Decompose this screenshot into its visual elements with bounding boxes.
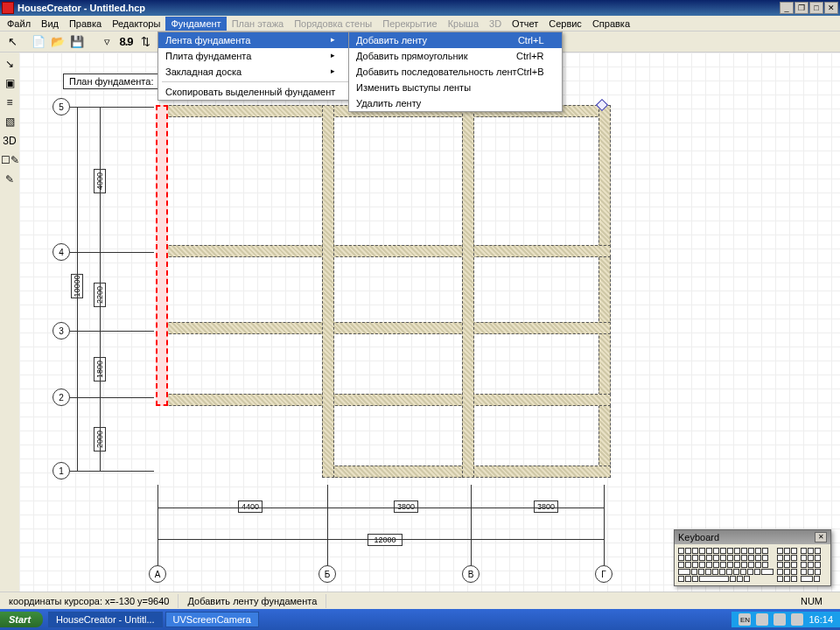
tray-icon[interactable]	[774, 613, 786, 626]
start-button[interactable]: Start	[0, 612, 43, 627]
statusbar: координаты курсора: x=-130 y=9640 Добави…	[0, 592, 840, 609]
canvas[interactable]: План фундамента: 54321400022001800200010…	[19, 52, 840, 592]
axis-marker: Г	[595, 565, 612, 583]
menu-Редакторы[interactable]: Редакторы	[107, 17, 165, 31]
dimension: 3800	[394, 500, 418, 513]
keyboard-titlebar[interactable]: Keyboard ✕	[675, 530, 830, 544]
left-tool-icon[interactable]: ↘	[2, 56, 18, 72]
menu-План этажа[interactable]: План этажа	[227, 17, 289, 31]
menu-item[interactable]: Добавить последовательность лентCtrl+B	[349, 64, 562, 80]
left-tool-icon[interactable]: ▧	[2, 114, 18, 130]
maximize-button[interactable]: □	[809, 2, 823, 14]
wall[interactable]	[322, 105, 334, 478]
keyboard-close-button[interactable]: ✕	[815, 532, 827, 542]
window-buttons: _ ❐ □ ✕	[780, 2, 838, 14]
wall[interactable]	[598, 105, 611, 478]
menu-Файл[interactable]: Файл	[2, 17, 36, 31]
open-button[interactable]: 📂	[49, 33, 66, 51]
menu-Фундамент[interactable]: Фундамент	[165, 17, 226, 31]
tray-icon[interactable]	[756, 613, 768, 626]
wall[interactable]	[156, 322, 611, 334]
axis-marker: А	[149, 565, 166, 583]
tool-arrow-icon[interactable]: ↖	[4, 33, 21, 51]
axis-marker: 4	[52, 243, 70, 261]
menu-Справка[interactable]: Справка	[587, 17, 635, 31]
menu-3D[interactable]: 3D	[484, 17, 507, 31]
lang-indicator[interactable]: EN	[738, 613, 751, 626]
menu-item[interactable]: Добавить прямоугольникCtrl+R	[349, 48, 562, 64]
menu-item[interactable]: Изменить выступы ленты	[349, 80, 562, 95]
system-tray: EN 16:14	[732, 612, 840, 627]
menu-item[interactable]: Плита фундамента	[158, 48, 353, 64]
dimension-total: 12000	[368, 534, 402, 546]
left-tool-icon[interactable]: ☐✎	[2, 152, 18, 168]
left-tool-icon[interactable]: 3D	[2, 133, 18, 149]
restore-button[interactable]: ❐	[794, 2, 808, 14]
wall[interactable]	[462, 105, 474, 478]
keyboard-body	[675, 544, 830, 585]
keyboard-title: Keyboard	[678, 532, 719, 542]
titlebar: HouseCreator - Untitled.hcp _ ❐ □ ✕	[0, 0, 840, 16]
updown-icon[interactable]: ⇅	[136, 33, 154, 51]
menu-Вид[interactable]: Вид	[36, 17, 64, 31]
taskbar-task[interactable]: HouseCreator - Untitl...	[48, 612, 162, 627]
submenu-strip: Добавить лентуCtrl+LДобавить прямоугольн…	[348, 32, 563, 112]
status-hint: Добавить ленту фундамента	[178, 594, 326, 608]
dimension: 4400	[238, 500, 262, 513]
menu-Перекрытие[interactable]: Перекрытие	[377, 17, 442, 31]
clock[interactable]: 16:14	[808, 614, 833, 625]
left-tool-icon[interactable]: ✎	[2, 172, 18, 187]
wall[interactable]	[156, 394, 334, 406]
dimension: 3800	[534, 500, 558, 513]
left-tool-icon[interactable]: ▣	[2, 75, 18, 91]
new-button[interactable]: 📄	[30, 33, 47, 51]
menu-item[interactable]: Закладная доска	[158, 64, 353, 80]
menu-item[interactable]: Добавить лентуCtrl+L	[349, 32, 562, 48]
dropdown-icon[interactable]: ▿	[98, 33, 116, 51]
wall[interactable]	[156, 245, 611, 257]
menu-item[interactable]: Скопировать выделенный фундамент	[158, 84, 353, 100]
wall-selected[interactable]	[156, 105, 168, 406]
menu-Крыша[interactable]: Крыша	[443, 17, 484, 31]
left-toolbar: ↘▣≡▧3D☐✎✎	[0, 52, 19, 187]
taskbar: Start HouseCreator - Untitl... UVScreenC…	[0, 609, 840, 630]
app-icon	[2, 2, 14, 14]
menu-Порядовка стены[interactable]: Порядовка стены	[289, 17, 377, 31]
scale-value[interactable]: 8.9	[117, 33, 135, 51]
tray-icon[interactable]	[791, 613, 803, 626]
save-button[interactable]: 💾	[68, 33, 86, 51]
plan-title: План фундамента:	[63, 74, 159, 89]
minimize-button[interactable]: _	[780, 2, 794, 14]
submenu-foundation: Лента фундаментаПлита фундаментаЗакладна…	[158, 32, 354, 101]
status-numlock: NUM	[783, 594, 840, 608]
taskbar-task[interactable]: UVScreenCamera	[165, 612, 259, 627]
left-tool-icon[interactable]: ≡	[2, 94, 18, 110]
axis-marker: 3	[52, 322, 70, 340]
axis-marker: 5	[52, 98, 70, 116]
menu-item[interactable]: Удалить ленту	[349, 95, 562, 111]
menubar: ФайлВидПравкаРедакторыФундаментПлан этаж…	[0, 16, 840, 32]
axis-marker: 1	[52, 462, 70, 480]
axis-marker: Б	[318, 565, 336, 583]
window-title: HouseCreator - Untitled.hcp	[18, 3, 780, 13]
onscreen-keyboard[interactable]: Keyboard ✕	[674, 529, 831, 586]
menu-item[interactable]: Лента фундамента	[158, 32, 353, 48]
menu-Сервис[interactable]: Сервис	[543, 17, 587, 31]
axis-marker: В	[462, 565, 480, 583]
status-coords: координаты курсора: x=-130 y=9640	[0, 594, 178, 608]
menu-Отчет[interactable]: Отчет	[507, 17, 543, 31]
menu-Правка[interactable]: Правка	[64, 17, 107, 31]
foundation-plan	[156, 105, 611, 534]
close-button[interactable]: ✕	[824, 2, 838, 14]
axis-marker: 2	[52, 388, 70, 406]
